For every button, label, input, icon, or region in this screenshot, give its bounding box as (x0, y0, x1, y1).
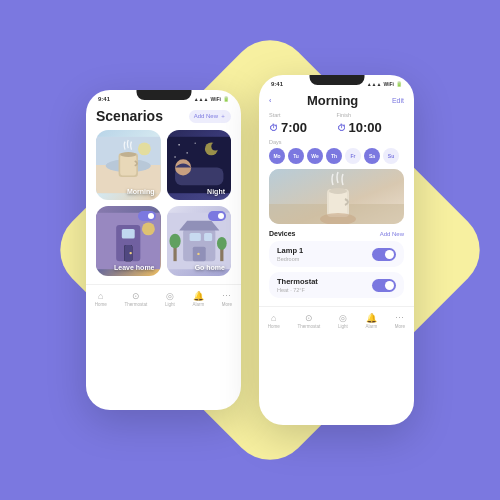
start-time-value: ⏱ 7:00 (269, 120, 337, 135)
r-more-icon: ⋯ (395, 313, 404, 323)
finish-time-value: ⏱ 10:00 (337, 120, 405, 135)
svg-point-28 (197, 253, 199, 255)
more-icon: ⋯ (222, 291, 231, 301)
devices-add-button[interactable]: Add New (380, 231, 404, 237)
svg-point-3 (138, 142, 151, 155)
start-clock-icon: ⏱ (269, 123, 278, 133)
nav-more[interactable]: ⋯ More (222, 291, 232, 307)
right-phone: 9:41 ▲▲▲ WiFi 🔋 ‹ Morning Edit Start ⏱ 7… (259, 75, 414, 425)
svg-rect-5 (120, 155, 136, 176)
nav-alarm[interactable]: 🔔 Alarm (192, 291, 204, 307)
r-nav-thermo-label: Thermostat (298, 324, 321, 329)
device-lamp[interactable]: Lamp 1 Bedroom (269, 241, 404, 267)
thermostat-info: Thermostat Heat · 72°F (277, 277, 318, 293)
svg-point-6 (120, 152, 136, 157)
thermostat-icon: ⊙ (132, 291, 140, 301)
right-bottom-nav: ⌂ Home ⊙ Thermostat ◎ Light 🔔 Alarm ⋯ Mo… (259, 306, 414, 333)
day-sa[interactable]: Sa (364, 148, 380, 164)
svg-rect-25 (189, 233, 200, 241)
morning-title: Morning (307, 93, 358, 108)
right-notch (309, 75, 364, 85)
signal-icon: ▲▲▲ (194, 96, 209, 102)
r-nav-home-label: Home (268, 324, 280, 329)
r-nav-thermo[interactable]: ⊙ Thermostat (298, 313, 321, 329)
light-icon: ◎ (166, 291, 174, 301)
nav-thermo-label: Thermostat (125, 302, 148, 307)
lamp-info: Lamp 1 Bedroom (277, 246, 303, 262)
thermostat-sub: Heat · 72°F (277, 287, 318, 293)
svg-point-22 (142, 222, 155, 235)
svg-point-33 (216, 237, 226, 250)
left-notch (136, 90, 191, 100)
days-label: Days (269, 139, 404, 145)
add-new-button[interactable]: Add New ＋ (189, 110, 231, 123)
scenarios-grid: Morning Night (86, 130, 241, 276)
days-row: Mo Tu We Th Fr Sa Su (269, 148, 404, 164)
back-button[interactable]: ‹ (269, 97, 273, 104)
plus-icon: ＋ (220, 112, 226, 121)
days-section: Days Mo Tu We Th Fr Sa Su (259, 139, 414, 169)
r-thermo-icon: ⊙ (305, 313, 313, 323)
left-status-icons: ▲▲▲ WiFi 🔋 (194, 96, 229, 102)
nav-light[interactable]: ◎ Light (165, 291, 175, 307)
edit-button[interactable]: Edit (392, 97, 404, 104)
morning-scene-image (269, 169, 404, 224)
r-nav-more-label: More (395, 324, 405, 329)
right-status-icons: ▲▲▲ WiFi 🔋 (367, 81, 402, 87)
leave-toggle[interactable] (138, 211, 156, 221)
r-nav-home[interactable]: ⌂ Home (268, 313, 280, 329)
day-mo[interactable]: Mo (269, 148, 285, 164)
svg-rect-32 (220, 248, 223, 261)
thermostat-name: Thermostat (277, 277, 318, 286)
scenario-leave[interactable]: Leave home (96, 206, 161, 276)
device-thermostat[interactable]: Thermostat Heat · 72°F (269, 272, 404, 298)
scenario-morning[interactable]: Morning (96, 130, 161, 200)
nav-alarm-label: Alarm (192, 302, 204, 307)
chevron-left-icon: ‹ (269, 97, 271, 104)
r-nav-alarm[interactable]: 🔔 Alarm (365, 313, 377, 329)
morning-label: Morning (127, 188, 155, 195)
nav-home[interactable]: ⌂ Home (95, 291, 107, 307)
lamp-name: Lamp 1 (277, 246, 303, 255)
nav-thermostat[interactable]: ⊙ Thermostat (125, 291, 148, 307)
home-icon: ⌂ (98, 291, 103, 301)
start-label: Start (269, 112, 337, 118)
r-light-icon: ◎ (339, 313, 347, 323)
day-fr[interactable]: Fr (345, 148, 361, 164)
nav-more-label: More (222, 302, 232, 307)
r-nav-alarm-label: Alarm (365, 324, 377, 329)
lamp-toggle[interactable] (372, 248, 396, 261)
scenario-night[interactable]: Night (167, 130, 232, 200)
r-home-icon: ⌂ (271, 313, 276, 323)
finish-clock-icon: ⏱ (337, 123, 346, 133)
svg-point-12 (174, 156, 176, 158)
r-nav-more[interactable]: ⋯ More (395, 313, 405, 329)
go-toggle[interactable] (208, 211, 226, 221)
svg-point-11 (186, 152, 188, 154)
day-tu[interactable]: Tu (288, 148, 304, 164)
time-section: Start ⏱ 7:00 Finish ⏱ 10:00 (259, 112, 414, 139)
left-time: 9:41 (98, 96, 110, 102)
devices-header: Devices Add New (259, 230, 414, 241)
thermostat-toggle[interactable] (372, 279, 396, 292)
start-time-text: 7:00 (281, 120, 307, 135)
day-we[interactable]: We (307, 148, 323, 164)
day-th[interactable]: Th (326, 148, 342, 164)
leave-label: Leave home (114, 264, 154, 271)
morning-header: ‹ Morning Edit (259, 89, 414, 112)
svg-rect-37 (329, 191, 347, 215)
scenario-go[interactable]: Go home (167, 206, 232, 276)
wifi-icon: WiFi (210, 96, 221, 102)
r-alarm-icon: 🔔 (366, 313, 377, 323)
add-new-label: Add New (194, 113, 218, 119)
finish-label: Finish (337, 112, 405, 118)
r-nav-light[interactable]: ◎ Light (338, 313, 348, 329)
svg-point-13 (194, 142, 196, 144)
lamp-sub: Bedroom (277, 256, 303, 262)
left-bottom-nav: ⌂ Home ⊙ Thermostat ◎ Light 🔔 Alarm ⋯ Mo… (86, 284, 241, 311)
svg-point-38 (329, 188, 347, 194)
r-battery-icon: 🔋 (396, 81, 402, 87)
day-su[interactable]: Su (383, 148, 399, 164)
battery-icon: 🔋 (223, 96, 229, 102)
night-label: Night (207, 188, 225, 195)
